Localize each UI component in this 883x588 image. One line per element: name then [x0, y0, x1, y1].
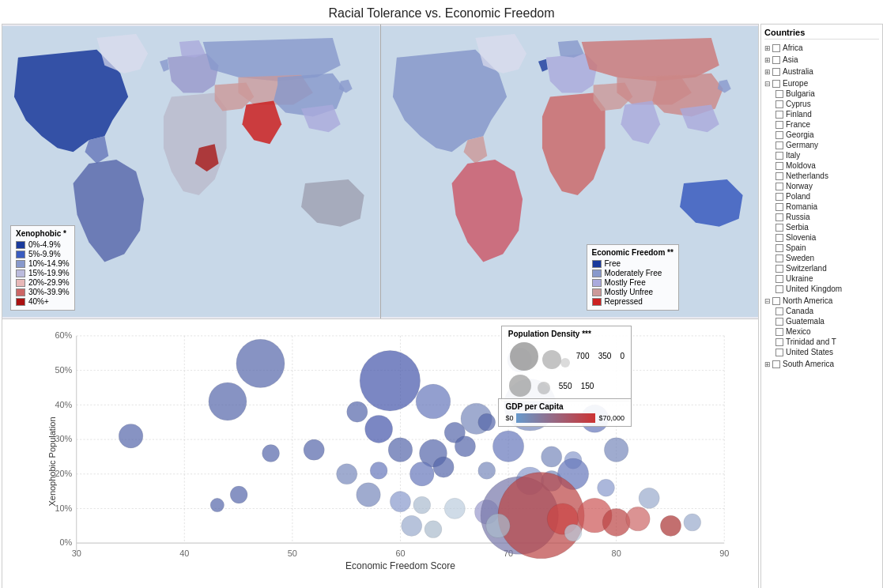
bubble[interactable]: [209, 383, 247, 420]
checkbox-switzerland[interactable]: [775, 265, 783, 273]
list-item[interactable]: Spain: [764, 243, 879, 253]
checkbox-sweden[interactable]: [775, 254, 783, 262]
bubble[interactable]: [660, 515, 681, 536]
checkbox-serbia[interactable]: [775, 224, 783, 232]
checkbox-uk[interactable]: [775, 285, 783, 293]
list-item[interactable]: Mexico: [764, 326, 879, 337]
list-item[interactable]: Norway: [764, 181, 879, 191]
list-item[interactable]: Cyprus: [764, 99, 879, 109]
economic-freedom-map[interactable]: Economic Freedom ** Free Moderately Free…: [381, 24, 759, 318]
bubble[interactable]: [262, 445, 280, 462]
list-item[interactable]: Russia: [764, 212, 879, 222]
expand-icon-australia[interactable]: ⊞: [764, 68, 771, 76]
bubble[interactable]: [388, 438, 413, 462]
checkbox-australia[interactable]: [772, 68, 780, 76]
bubble[interactable]: [416, 384, 451, 419]
bubble[interactable]: [365, 416, 393, 443]
bubble[interactable]: [119, 424, 143, 448]
scatter-plot[interactable]: Xenophobic Population: [2, 319, 758, 588]
checkbox-europe[interactable]: [772, 80, 780, 88]
bubble[interactable]: [337, 464, 357, 484]
bubble[interactable]: [402, 515, 422, 536]
group-header-australia[interactable]: ⊞ Australia: [764, 66, 879, 77]
checkbox-russia[interactable]: [775, 213, 783, 221]
checkbox-bulgaria[interactable]: [775, 90, 783, 98]
checkbox-guatemala[interactable]: [775, 318, 783, 326]
bubble[interactable]: [684, 514, 701, 531]
bubble[interactable]: [455, 436, 475, 457]
list-item[interactable]: United Kingdom: [764, 284, 879, 294]
list-item[interactable]: Italy: [764, 150, 879, 160]
bubble[interactable]: [390, 492, 410, 512]
list-item[interactable]: United States: [764, 347, 879, 357]
checkbox-france[interactable]: [775, 121, 783, 129]
checkbox-netherlands[interactable]: [775, 172, 783, 180]
checkbox-ukraine[interactable]: [775, 275, 783, 283]
list-item[interactable]: Switzerland: [764, 263, 879, 273]
bubble[interactable]: [478, 462, 496, 480]
group-header-north-america[interactable]: ⊟ North America: [764, 296, 879, 306]
checkbox-north-america[interactable]: [772, 297, 780, 305]
bubble[interactable]: [626, 507, 651, 531]
bubble[interactable]: [360, 351, 420, 411]
list-item[interactable]: Romania: [764, 202, 879, 212]
list-item[interactable]: Netherlands: [764, 171, 879, 181]
list-item[interactable]: Canada: [764, 306, 879, 316]
bubble[interactable]: [478, 413, 496, 431]
bubble[interactable]: [413, 496, 431, 514]
checkbox-spain[interactable]: [775, 244, 783, 252]
list-item[interactable]: Trinidad and T: [764, 337, 879, 347]
expand-icon-asia[interactable]: ⊞: [764, 56, 771, 64]
list-item[interactable]: France: [764, 119, 879, 130]
bubble[interactable]: [564, 524, 582, 541]
bubble[interactable]: [486, 514, 511, 538]
checkbox-moldova[interactable]: [775, 162, 783, 170]
bubble[interactable]: [541, 447, 562, 467]
bubble[interactable]: [370, 462, 387, 480]
list-item[interactable]: Ukraine: [764, 273, 879, 284]
bubble[interactable]: [604, 438, 628, 462]
bubble[interactable]: [304, 439, 324, 460]
list-item[interactable]: Sweden: [764, 253, 879, 263]
bubble[interactable]: [425, 521, 442, 538]
checkbox-finland[interactable]: [775, 111, 783, 119]
checkbox-cyprus[interactable]: [775, 100, 783, 108]
checkbox-poland[interactable]: [775, 193, 783, 201]
expand-icon-africa[interactable]: ⊞: [764, 44, 771, 52]
list-item[interactable]: Moldova: [764, 160, 879, 171]
bubble[interactable]: [598, 479, 615, 496]
checkbox-romania[interactable]: [775, 203, 783, 211]
group-header-europe[interactable]: ⊟ Europe: [764, 78, 879, 89]
bubble[interactable]: [639, 488, 659, 508]
xenophobic-map[interactable]: Xenophobic * 0%-4.9% 5%-9.9% 10%-14.9%: [2, 24, 381, 318]
list-item[interactable]: Bulgaria: [764, 89, 879, 99]
bubble[interactable]: [210, 498, 224, 511]
list-item[interactable]: Guatemala: [764, 316, 879, 326]
checkbox-germany[interactable]: [775, 141, 783, 149]
group-header-africa[interactable]: ⊞ Africa: [764, 43, 879, 53]
bubble[interactable]: [347, 401, 368, 422]
checkbox-slovenia[interactable]: [775, 234, 783, 242]
list-item[interactable]: Serbia: [764, 222, 879, 232]
list-item[interactable]: Finland: [764, 109, 879, 119]
checkbox-italy[interactable]: [775, 152, 783, 160]
bubble[interactable]: [357, 483, 381, 507]
checkbox-trinidad[interactable]: [775, 338, 783, 346]
list-item[interactable]: Georgia: [764, 130, 879, 140]
list-item[interactable]: Poland: [764, 191, 879, 202]
bubble[interactable]: [444, 498, 465, 518]
checkbox-georgia[interactable]: [775, 131, 783, 139]
expand-icon-south-america[interactable]: ⊞: [764, 360, 771, 368]
list-item[interactable]: Slovenia: [764, 232, 879, 243]
bubble[interactable]: [433, 457, 454, 477]
bubble[interactable]: [602, 509, 630, 537]
expand-icon-europe[interactable]: ⊟: [764, 80, 771, 88]
checkbox-asia[interactable]: [772, 56, 780, 64]
checkbox-canada[interactable]: [775, 307, 783, 315]
checkbox-south-america[interactable]: [772, 360, 780, 368]
list-item[interactable]: Germany: [764, 140, 879, 150]
countries-panel[interactable]: Countries ⊞ Africa ⊞ Asia ⊞ Australia: [760, 24, 883, 588]
checkbox-mexico[interactable]: [775, 328, 783, 336]
group-header-asia[interactable]: ⊞ Asia: [764, 55, 879, 65]
expand-icon-north-america[interactable]: ⊟: [764, 297, 771, 305]
